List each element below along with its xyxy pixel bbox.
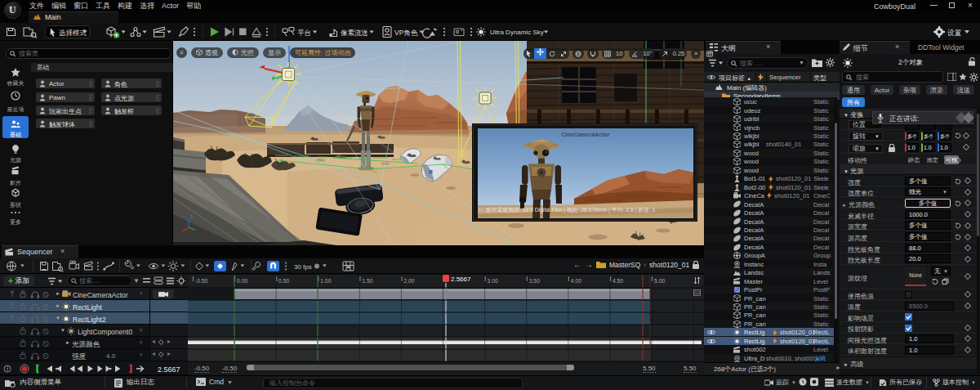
svg-text:2.5667: 2.5667: [158, 365, 180, 374]
svg-text:设置: 设置: [947, 29, 962, 37]
svg-text:1.00: 1.00: [320, 278, 331, 284]
svg-text:4.50: 4.50: [612, 278, 623, 284]
svg-text:2.5667: 2.5667: [451, 276, 471, 283]
svg-text:0.00: 0.00: [237, 278, 247, 284]
svg-text:3.00: 3.00: [488, 278, 498, 284]
svg-text:0.50: 0.50: [278, 278, 289, 284]
svg-text:2.00: 2.00: [403, 278, 414, 284]
svg-text:3.50: 3.50: [529, 278, 540, 284]
svg-text:5.00: 5.00: [654, 278, 665, 284]
svg-text:4.00: 4.00: [571, 278, 581, 284]
svg-text:1.50: 1.50: [362, 278, 372, 284]
svg-text:-0.50: -0.50: [195, 278, 208, 284]
